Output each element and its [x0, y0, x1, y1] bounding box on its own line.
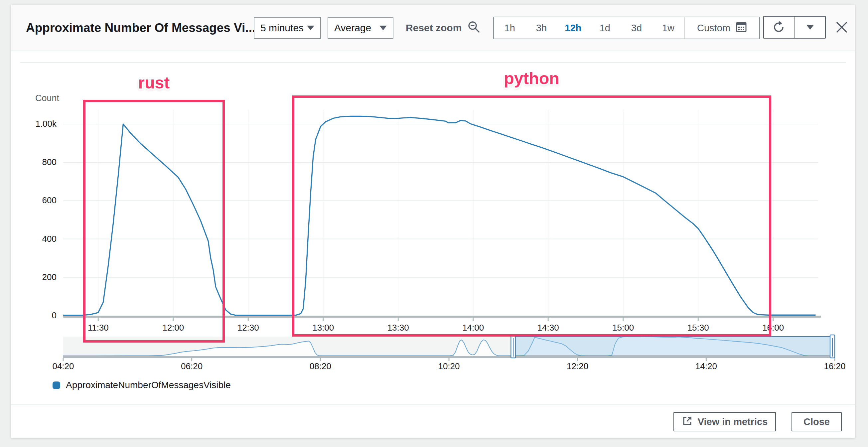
- external-link-icon: [682, 415, 693, 429]
- legend-label: ApproximateNumberOfMessagesVisible: [66, 380, 231, 390]
- refresh-icon: [773, 20, 786, 35]
- zoom-out-icon: [467, 20, 481, 36]
- custom-range-label: Custom: [697, 23, 730, 34]
- statistic-select[interactable]: Average: [328, 17, 394, 39]
- refresh-button-group: [763, 16, 826, 38]
- refresh-options-button[interactable]: [795, 16, 826, 38]
- chevron-down-icon: [379, 26, 387, 30]
- time-range-1w[interactable]: 1w: [652, 17, 684, 38]
- time-range-1h[interactable]: 1h: [494, 17, 525, 38]
- page-background: Approximate Number Of Messages Vi... 5 m…: [0, 0, 868, 447]
- page-title: Approximate Number Of Messages Vi...: [26, 5, 255, 51]
- chevron-down-icon: [806, 25, 814, 30]
- period-select[interactable]: 5 minutes: [254, 17, 321, 39]
- time-range-3h[interactable]: 3h: [525, 17, 557, 38]
- reset-zoom-label: Reset zoom: [406, 22, 462, 34]
- calendar-icon: [736, 21, 747, 35]
- time-range-custom[interactable]: Custom: [684, 17, 759, 38]
- chart-legend[interactable]: ApproximateNumberOfMessagesVisible: [53, 380, 231, 390]
- close-button[interactable]: Close: [792, 412, 842, 431]
- reset-zoom-button[interactable]: Reset zoom: [406, 17, 481, 39]
- time-range-12h-selected[interactable]: 12h: [557, 17, 589, 38]
- view-in-metrics-button[interactable]: View in metrics: [674, 412, 776, 431]
- time-range-3d[interactable]: 3d: [621, 17, 652, 38]
- close-button-label: Close: [804, 416, 830, 427]
- refresh-button[interactable]: [763, 16, 795, 38]
- legend-marker: [53, 382, 60, 389]
- statistic-select-value: Average: [334, 22, 371, 34]
- period-select-value: 5 minutes: [260, 22, 304, 34]
- view-in-metrics-label: View in metrics: [698, 416, 768, 427]
- chevron-down-icon: [307, 26, 314, 30]
- chart-panel-divider: [20, 62, 846, 63]
- metric-detail-dialog: Approximate Number Of Messages Vi... 5 m…: [11, 5, 855, 438]
- dialog-footer: View in metrics Close: [11, 405, 855, 438]
- time-range-control: 1h 3h 12h 1d 3d 1w Custom: [493, 17, 760, 39]
- dialog-close-icon[interactable]: [834, 19, 850, 35]
- time-range-1d[interactable]: 1d: [589, 17, 621, 38]
